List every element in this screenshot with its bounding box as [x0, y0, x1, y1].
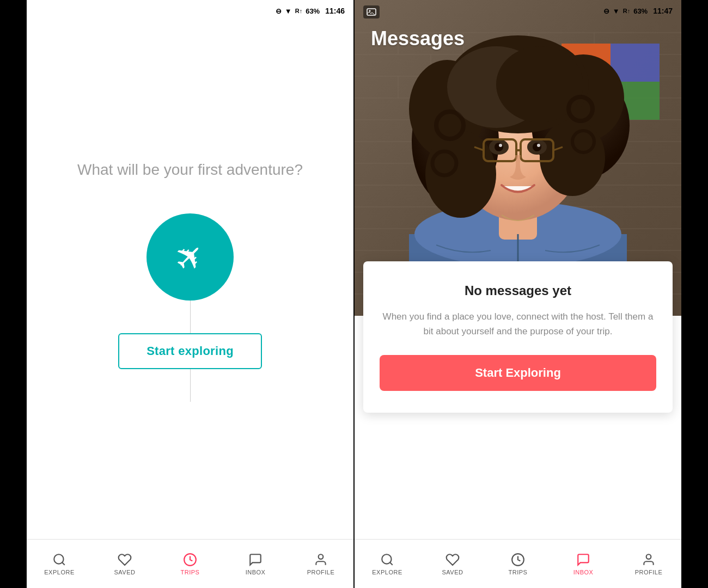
nav-profile-left[interactable]: PROFILE: [288, 553, 353, 575]
plane-icon: ✈: [166, 232, 215, 281]
card-spacer: [355, 413, 681, 539]
profile-icon-left: [314, 553, 328, 567]
nav-inbox-left[interactable]: INBOX: [223, 553, 288, 575]
nav-saved-right[interactable]: SAVED: [420, 553, 485, 575]
saved-icon-left: [118, 553, 132, 567]
plane-container: ✈ Start exploring: [118, 213, 262, 402]
svg-point-58: [537, 144, 540, 147]
profile-label-right: PROFILE: [635, 569, 663, 575]
no-messages-title: No messages yet: [380, 283, 656, 298]
explore-label-right: EXPLORE: [372, 569, 402, 575]
wifi-icon-left: ▼: [285, 7, 292, 15]
svg-point-65: [382, 554, 391, 564]
inbox-label-right: INBOX: [573, 569, 594, 575]
inbox-icon-left: [248, 553, 263, 567]
explore-icon-left: [52, 553, 66, 567]
time-left: 11:46: [325, 7, 345, 15]
inbox-label-left: INBOX: [246, 569, 266, 575]
svg-point-56: [533, 143, 541, 151]
left-main-content: What will be your first adventure? ✈ Sta…: [27, 22, 353, 539]
signal-icon-left: R↑: [295, 8, 302, 14]
nav-explore-right[interactable]: EXPLORE: [355, 553, 420, 575]
messages-title: Messages: [371, 27, 465, 50]
profile-icon-right: [642, 553, 656, 567]
signal-icon-right: R↑: [623, 8, 630, 14]
right-phone: ⊖ ▼ R↑ 63% 11:47: [355, 0, 681, 588]
no-messages-body: When you find a place you love, connect …: [380, 309, 656, 339]
explore-icon-right: [380, 553, 394, 567]
nav-trips-left[interactable]: TRIPS: [157, 553, 223, 575]
minus-icon-left: ⊖: [276, 7, 282, 15]
trips-icon-left: [183, 553, 197, 567]
nav-trips-right[interactable]: TRIPS: [485, 553, 551, 575]
svg-point-2: [319, 554, 324, 559]
plane-circle: ✈: [147, 213, 234, 301]
svg-line-1: [62, 562, 65, 565]
image-badge-icon: [363, 5, 380, 19]
bottom-nav-left: EXPLORE SAVED TRIPS INBOX PROFILE: [27, 539, 353, 588]
start-exploring-red-button[interactable]: Start Exploring: [380, 355, 656, 391]
trips-icon-right: [511, 553, 525, 567]
bottom-nav-right: EXPLORE SAVED TRIPS INBOX PROFILE: [355, 539, 681, 588]
wifi-icon-right: ▼: [613, 7, 620, 15]
start-exploring-button[interactable]: Start exploring: [118, 333, 262, 369]
trips-label-right: TRIPS: [509, 569, 528, 575]
connector-line-bottom: [190, 369, 191, 402]
inbox-icon-right: [576, 553, 590, 567]
svg-line-66: [390, 562, 393, 565]
trips-label-left: TRIPS: [181, 569, 200, 575]
svg-point-4: [369, 10, 371, 12]
svg-point-57: [499, 144, 502, 147]
svg-point-55: [495, 143, 503, 151]
nav-saved-left[interactable]: SAVED: [92, 553, 157, 575]
status-bar-left: ⊖ ▼ R↑ 63% 11:46: [27, 0, 353, 22]
adventure-heading: What will be your first adventure?: [77, 159, 303, 180]
saved-label-left: SAVED: [114, 569, 136, 575]
svg-point-0: [54, 554, 63, 564]
status-bar-right: ⊖ ▼ R↑ 63% 11:47: [355, 0, 681, 22]
svg-point-45: [540, 120, 605, 196]
nav-explore-left[interactable]: EXPLORE: [27, 553, 92, 575]
nav-inbox-right[interactable]: INBOX: [551, 553, 616, 575]
saved-icon-right: [445, 553, 460, 567]
battery-left: 63%: [306, 7, 320, 15]
connector-line-mid: [190, 301, 191, 333]
profile-label-left: PROFILE: [307, 569, 335, 575]
battery-right: 63%: [633, 7, 648, 15]
svg-point-67: [646, 554, 651, 559]
messages-card: No messages yet When you find a place yo…: [363, 261, 673, 413]
time-right: 11:47: [653, 7, 673, 15]
image-icon: [367, 8, 376, 16]
saved-label-right: SAVED: [442, 569, 463, 575]
left-phone: ⊖ ▼ R↑ 63% 11:46 What will be your first…: [27, 0, 353, 588]
explore-label-left: EXPLORE: [44, 569, 74, 575]
nav-profile-right[interactable]: PROFILE: [616, 553, 681, 575]
minus-icon-right: ⊖: [603, 7, 609, 15]
